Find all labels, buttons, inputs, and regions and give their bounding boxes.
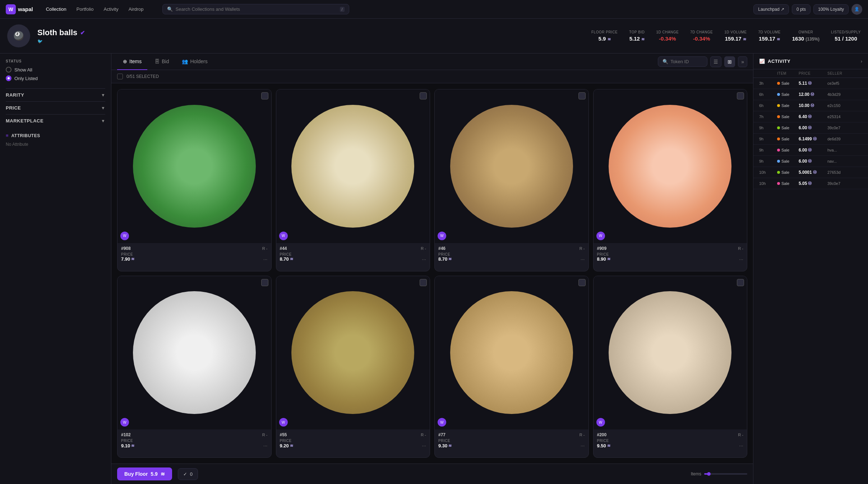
radio-circle-show-all xyxy=(6,67,11,73)
activity-price: 5.11 Ⓜ xyxy=(799,81,827,86)
sale-dot xyxy=(777,138,780,140)
price-more-button[interactable]: ··· xyxy=(422,256,426,262)
activity-price: 10.00 Ⓜ xyxy=(799,103,827,108)
search-input[interactable] xyxy=(176,6,337,12)
activity-row[interactable]: 9h Sale 6.00 Ⓜ 39c0e7 xyxy=(753,122,868,134)
nft-card[interactable]: W #44 R - PRICE 8.70 ≋ ··· xyxy=(276,89,430,271)
left-sidebar: STATUS Show All Only Listed RARITY ▼ PRI… xyxy=(0,53,111,484)
activity-row[interactable]: 6h Sale 10.00 Ⓜ e2c150 xyxy=(753,100,868,111)
nft-card[interactable]: W #46 R - PRICE 8.70 ≋ ··· xyxy=(434,89,589,271)
nft-select-checkbox[interactable] xyxy=(261,279,268,286)
cart-button[interactable]: ✓ 0 xyxy=(178,468,198,480)
main-layout: STATUS Show All Only Listed RARITY ▼ PRI… xyxy=(0,53,868,484)
nft-info: #102 R - PRICE 9.10 ≋ ··· xyxy=(117,429,271,451)
price-value: 9.30 ≋ xyxy=(438,443,452,448)
luna-icon-activity: Ⓜ xyxy=(811,103,814,108)
nft-card[interactable]: W #909 R - PRICE 8.90 ≋ ··· xyxy=(593,89,748,271)
avatar[interactable]: 👤 xyxy=(851,4,862,15)
nft-marketplace-icon: W xyxy=(279,418,288,427)
items-slider[interactable] xyxy=(704,473,747,475)
price-more-button[interactable]: ··· xyxy=(739,256,743,262)
nft-select-checkbox[interactable] xyxy=(420,92,427,99)
collection-avatar: 🎱 xyxy=(7,24,30,47)
nft-card[interactable]: W #200 R - PRICE 9.50 ≋ ··· xyxy=(593,276,748,458)
tab-holders[interactable]: 👥 Holders xyxy=(176,53,213,70)
nav-activity[interactable]: Activity xyxy=(99,4,123,14)
nft-card[interactable]: W #77 R - PRICE 9.30 ≋ ··· xyxy=(434,276,589,458)
content-tabs: ⊕ Items 🗄 Bid 👥 Holders 🔍 ☰ ⊞ » xyxy=(111,53,753,70)
luna-icon-activity: Ⓜ xyxy=(813,136,817,141)
loyalty-button[interactable]: 100% Loyalty xyxy=(813,4,849,14)
price-more-button[interactable]: ··· xyxy=(422,443,426,448)
activity-time: 10h xyxy=(759,181,777,186)
nft-select-checkbox[interactable] xyxy=(578,92,586,99)
launchpad-button[interactable]: Launchpad ↗ xyxy=(753,4,789,14)
price-label-nft: PRICE xyxy=(280,252,426,256)
tab-bid[interactable]: 🗄 Bid xyxy=(149,53,175,70)
activity-seller: 27653d xyxy=(827,170,862,174)
price-more-button[interactable]: ··· xyxy=(581,443,585,448)
activity-time: 7h xyxy=(759,115,777,119)
nft-card[interactable]: W #55 R - PRICE 9.20 ≋ ··· xyxy=(276,276,430,458)
price-more-button[interactable]: ··· xyxy=(581,256,585,262)
activity-price: 5.0001 Ⓜ xyxy=(799,170,827,175)
nft-card[interactable]: W #102 R - PRICE 9.10 ≋ ··· xyxy=(117,276,272,458)
price-more-button[interactable]: ··· xyxy=(739,443,743,448)
activity-row[interactable]: 9h Sale 6.00 Ⓜ hva... xyxy=(753,145,868,156)
radio-circle-only-listed xyxy=(6,75,11,81)
buy-floor-button[interactable]: Buy Floor 5.9 ≋ xyxy=(117,467,172,480)
nft-select-checkbox[interactable] xyxy=(737,92,744,99)
nav-airdrop[interactable]: Airdrop xyxy=(124,4,148,14)
luna-icon-nft: ≋ xyxy=(290,443,293,448)
search-bar[interactable]: 🔍 / xyxy=(162,4,349,14)
nav-collection[interactable]: Collection xyxy=(42,4,71,14)
nft-select-checkbox[interactable] xyxy=(578,279,586,286)
collection-info: Sloth balls ✔ 🐦 xyxy=(37,28,577,44)
token-id-input[interactable] xyxy=(670,59,703,64)
twitter-link[interactable]: 🐦 xyxy=(37,39,577,44)
activity-row[interactable]: 9h Sale 6.1499 Ⓜ de6d39 xyxy=(753,134,868,145)
radio-only-listed[interactable]: Only Listed xyxy=(6,75,105,81)
list-view-button[interactable]: ☰ xyxy=(710,56,721,67)
price-more-button[interactable]: ··· xyxy=(263,443,268,448)
nft-image-wrap: W xyxy=(117,89,271,243)
select-row: 0/51 SELECTED xyxy=(111,70,753,83)
nft-select-checkbox[interactable] xyxy=(737,279,744,286)
activity-header: 📈 ACTIVITY › xyxy=(753,53,868,69)
activity-row[interactable]: 10h Sale 5.05 Ⓜ 39c0e7 xyxy=(753,178,868,189)
select-all-checkbox[interactable] xyxy=(117,74,123,79)
activity-seller: nav... xyxy=(827,159,862,163)
nft-info: #909 R - PRICE 8.90 ≋ ··· xyxy=(594,243,747,265)
nft-image-wrap: W xyxy=(435,89,588,243)
activity-expand-icon[interactable]: › xyxy=(861,59,862,64)
tab-items[interactable]: ⊕ Items xyxy=(117,53,147,70)
filter-marketplace[interactable]: MARKETPLACE ▼ xyxy=(6,114,105,127)
nft-select-checkbox[interactable] xyxy=(420,279,427,286)
expand-button[interactable]: » xyxy=(738,56,747,67)
nft-rarity: R - xyxy=(421,246,426,251)
token-search[interactable]: 🔍 xyxy=(658,56,707,67)
app-logo[interactable]: W wapal xyxy=(6,4,33,14)
activity-row[interactable]: 3h Sale 5.11 Ⓜ ce3ef5 xyxy=(753,78,868,89)
activity-time: 9h xyxy=(759,137,777,141)
activity-row[interactable]: 9h Sale 6.00 Ⓜ nav... xyxy=(753,156,868,167)
nft-select-checkbox[interactable] xyxy=(261,92,268,99)
search-icon: 🔍 xyxy=(167,6,173,12)
search-small-icon: 🔍 xyxy=(662,59,668,64)
stat-floor-price: FLOOR PRICE 5.9 ≋ xyxy=(591,30,618,42)
filter-price[interactable]: PRICE ▼ xyxy=(6,101,105,114)
activity-row[interactable]: 6h Sale 12.00 Ⓜ 4b3d29 xyxy=(753,89,868,100)
activity-seller: e25314 xyxy=(827,115,862,119)
filter-rarity[interactable]: RARITY ▼ xyxy=(6,88,105,101)
nft-card[interactable]: W #908 R - PRICE 7.90 ≋ ··· xyxy=(117,89,272,271)
grid-view-button[interactable]: ⊞ xyxy=(724,56,735,67)
nft-rarity: R - xyxy=(262,433,268,437)
radio-show-all[interactable]: Show All xyxy=(6,67,105,73)
luna-icon-activity: Ⓜ xyxy=(808,125,812,130)
nft-id: #909 xyxy=(597,246,607,251)
activity-row[interactable]: 7h Sale 6.40 Ⓜ e25314 xyxy=(753,111,868,122)
activity-row[interactable]: 10h Sale 5.0001 Ⓜ 27653d xyxy=(753,167,868,178)
points-button[interactable]: 0 pts xyxy=(792,4,811,14)
nav-portfolio[interactable]: Portfolio xyxy=(72,4,98,14)
price-more-button[interactable]: ··· xyxy=(263,256,268,262)
